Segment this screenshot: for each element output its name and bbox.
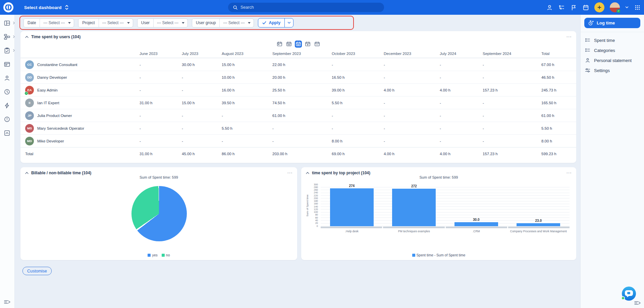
user-name[interactable]: Mary Servicedesk Operator — [37, 126, 84, 130]
filter-select-date[interactable]: --- Select --- — [40, 19, 74, 27]
sidebar-item-window[interactable] — [4, 61, 14, 68]
column-header-december-2023[interactable]: December 2023 — [384, 52, 440, 56]
quick-add-button[interactable] — [594, 2, 604, 12]
hours-cell: - — [384, 139, 440, 143]
column-header-september-2023[interactable]: September 2023 — [272, 52, 332, 56]
view-toggle-week[interactable] — [285, 41, 292, 48]
column-header-september-2024[interactable]: September 2024 — [483, 52, 541, 56]
filter-select-user-group[interactable]: --- Select --- — [220, 19, 254, 27]
sidebar-item-categories[interactable]: Categories — [581, 45, 644, 55]
pie-chart[interactable] — [131, 186, 187, 241]
dashboard-selector[interactable]: Select dashboard — [24, 0, 69, 15]
caret-down-icon — [127, 22, 130, 24]
bar-help-desk[interactable]: 274 — [330, 188, 374, 226]
y-axis-label: Sum of Spent time — [306, 185, 309, 226]
user-name[interactable]: Julia Product Owner — [37, 114, 72, 118]
total-cell: 69.00 h — [332, 152, 384, 156]
bar-value-label: 272 — [411, 184, 417, 188]
sidebar-item-box-chevron-up[interactable] — [4, 129, 14, 137]
chevron-right-icon — [13, 35, 15, 38]
sidebar-item-hierarchy[interactable] — [4, 33, 14, 41]
customise-button[interactable]: Customise — [22, 267, 52, 275]
view-toggle-year[interactable]: 365 — [314, 41, 321, 48]
collapse-icon[interactable] — [25, 36, 29, 38]
hours-cell: 8.00 h — [541, 139, 576, 143]
user-name[interactable]: Constantine Consultant — [37, 63, 77, 67]
easy-logo-icon[interactable] — [3, 2, 13, 12]
user-name[interactable]: Easy Admin — [37, 88, 58, 92]
hours-cell: - — [182, 126, 222, 130]
bar-pm-techniques-examples[interactable]: 272 — [392, 189, 436, 226]
person-icon[interactable] — [546, 4, 553, 11]
sidebar-item-person[interactable] — [4, 74, 14, 82]
column-header-june-2023[interactable]: June 2023 — [140, 52, 182, 56]
chevron-down-icon[interactable] — [625, 6, 629, 9]
legend-item-no[interactable]: no — [162, 253, 170, 257]
collapse-icon[interactable] — [25, 172, 29, 174]
sidebar-item-personal-statement[interactable]: Personal statement — [581, 55, 644, 65]
milestones-icon[interactable] — [558, 4, 565, 11]
hours-cell: - — [140, 75, 182, 79]
hours-cell: 31.00 h — [140, 101, 182, 105]
bar-crm[interactable]: 30.0 — [454, 222, 498, 226]
view-toggle-month[interactable] — [295, 41, 302, 48]
hours-cell: 5.50 h — [222, 126, 272, 130]
widget-menu-icon[interactable] — [287, 171, 292, 175]
view-toggle-day[interactable] — [276, 41, 283, 48]
widget-menu-icon[interactable] — [566, 171, 572, 175]
filter-select-project[interactable]: --- Select --- — [99, 19, 133, 27]
column-header-total[interactable]: Total — [541, 52, 576, 56]
collapse-icon[interactable] — [306, 172, 309, 174]
user-cell: MSMary Servicedesk Operator — [20, 124, 140, 133]
user-name[interactable]: Mike Developer — [37, 139, 64, 143]
filter-select-user[interactable]: --- Select --- — [154, 19, 187, 27]
stopwatch-plus-icon — [588, 20, 594, 26]
log-time-button[interactable]: Log time — [584, 18, 640, 28]
sidebar-item-settings[interactable]: Settings — [581, 65, 644, 75]
sidebar-item-alert-circle[interactable] — [4, 116, 14, 123]
bar-legend: Spent time - Sum of Spent time — [301, 253, 576, 257]
bar-value-label: 30.0 — [473, 218, 479, 222]
bar-column: 30.0 — [445, 222, 507, 226]
widget-menu-icon[interactable] — [566, 35, 572, 39]
hours-cell: 5.50 h — [541, 126, 576, 130]
hours-cell: - — [140, 139, 182, 143]
global-search[interactable] — [228, 3, 384, 12]
calendar-icon[interactable] — [582, 4, 589, 11]
total-cell: 4.00 h — [384, 152, 440, 156]
widget-title: Billable / non-billable time (104) — [31, 171, 91, 175]
column-header-october-2023[interactable]: October 2023 — [332, 52, 384, 56]
user-avatar[interactable] — [610, 2, 620, 12]
chat-button[interactable] — [622, 287, 636, 301]
sidebar-item-spent-time[interactable]: Spent time — [581, 35, 644, 45]
check-icon — [262, 21, 266, 25]
user-name[interactable]: Ian IT Expert — [37, 101, 59, 105]
apply-dropdown-button[interactable] — [284, 18, 293, 27]
column-header-july-2024[interactable]: July 2024 — [440, 52, 483, 56]
column-header-august-2023[interactable]: August 2023 — [222, 52, 272, 56]
search-input[interactable] — [240, 5, 368, 10]
hours-cell: 20.00 h — [272, 75, 332, 79]
hours-cell: - — [182, 139, 222, 143]
user-name[interactable]: Danny Developer — [37, 75, 67, 79]
hours-cell: - — [440, 114, 483, 118]
bar-plot-area: 27427230.023.0 — [321, 185, 570, 226]
main-content: Date--- Select ---Project--- Select ---U… — [15, 15, 580, 308]
avatar: JP — [25, 111, 34, 120]
apply-button[interactable]: Apply — [258, 18, 284, 27]
expand-panel-icon[interactable] — [634, 300, 641, 306]
sidebar-item-board[interactable] — [4, 19, 14, 27]
apps-grid-icon[interactable] — [634, 4, 641, 11]
sidebar-item-zap[interactable] — [4, 102, 14, 109]
column-header-july-2023[interactable]: July 2023 — [182, 52, 222, 56]
expand-sidebar-icon[interactable] — [4, 299, 11, 305]
sidebar-item-clipboard-check[interactable] — [4, 47, 14, 54]
total-cell: 45.00 h — [182, 152, 222, 156]
legend-item-yes[interactable]: yes — [148, 253, 157, 257]
filter-label: Project — [78, 19, 99, 27]
hours-cell: - — [140, 88, 182, 92]
view-toggle-quarter[interactable] — [304, 41, 311, 48]
flag-icon[interactable] — [570, 4, 577, 11]
sidebar-item-clock[interactable] — [4, 88, 14, 96]
bar-company-processes-and-work-management[interactable]: 23.0 — [517, 223, 560, 227]
